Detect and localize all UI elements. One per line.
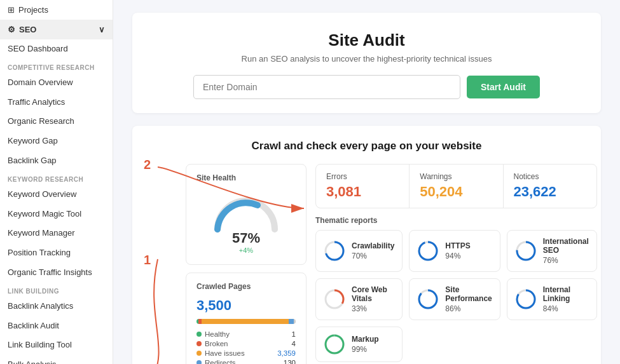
thematic-item-name: HTTPS [445,241,470,250]
thematic-item-name: Markup [352,335,379,344]
start-audit-button[interactable]: Start Audit [467,76,540,98]
thematic-grid: Crawlability 70% HTTPS 94% International… [315,230,597,362]
sidebar-item-bulk-analysis[interactable]: Bulk Analysis [0,355,113,364]
sidebar-section-linkbuilding: LINK BUILDING Backlink Analytics Backlin… [0,283,113,364]
sidebar-item-keyword-gap[interactable]: Keyword Gap [0,131,113,151]
thematic-circle-svg [324,334,345,355]
sidebar-item-backlink-audit[interactable]: Backlink Audit [0,316,113,336]
crawled-pages-label: Crawled Pages [196,282,296,291]
thematic-item-name: International SEO [543,237,589,255]
thematic-cell[interactable]: Core Web Vitals 33% [315,278,403,320]
sidebar-item-backlink-analytics[interactable]: Backlink Analytics [0,297,113,316]
errors-value: 3,081 [326,184,399,200]
gauge-percent: 57% [232,230,260,246]
sidebar-item-link-building-tool[interactable]: Link Building Tool [0,335,113,355]
thematic-item-pct: 76% [543,256,589,265]
gauge-svg [211,191,281,233]
crawl-title: Crawl and check every page on your websi… [148,140,586,152]
thematic-cell[interactable]: Internal Linking 84% [507,278,597,320]
thematic-item-name: Core Web Vitals [352,285,394,303]
thematic-item-pct: 84% [543,304,589,313]
thematic-label: Thematic reports [315,216,597,225]
errors-cell: Errors 3,081 [316,165,410,208]
thematic-item-pct: 94% [445,252,470,260]
sidebar-item-organic-research[interactable]: Organic Research [0,112,113,131]
crawled-pages-card: Crawled Pages 3,500 Healthy 1 [186,273,307,364]
warnings-value: 50,204 [420,184,492,200]
thematic-item-pct: 33% [352,304,394,313]
section-label-keyword: KEYWORD RESEARCH [0,171,113,185]
pb-redirects [289,319,294,324]
sidebar-item-position-tracking[interactable]: Position Tracking [0,243,113,263]
ewn-row: Errors 3,081 Warnings 50,204 Notices 23,… [315,164,597,208]
pb-issues [202,319,289,324]
warnings-label: Warnings [420,172,492,181]
errors-label: Errors [326,172,399,181]
left-column: Site Health 57% +4% [186,164,307,364]
notices-value: 23,622 [514,184,586,200]
svg-point-5 [419,242,437,260]
legend-healthy: Healthy 1 [196,330,296,338]
thematic-cell[interactable]: Markup 99% [315,327,403,362]
right-column: Errors 3,081 Warnings 50,204 Notices 23,… [315,164,597,364]
thematic-item-pct: 70% [352,252,394,260]
hero-subtitle: Run an SEO analysis to uncover the highe… [151,54,582,64]
sidebar-section-competitive: COMPETITIVE RESEARCH Domain Overview Tra… [0,59,113,171]
sidebar-item-seo-dashboard[interactable]: SEO Dashboard [0,39,113,59]
thematic-cell[interactable]: Site Performance 86% [409,278,500,320]
sidebar-item-organic-traffic[interactable]: Organic Traffic Insights [0,263,113,283]
sidebar-item-domain-overview[interactable]: Domain Overview [0,73,113,93]
sidebar-seo-header[interactable]: ⚙ SEO ∨ [0,20,113,39]
thematic-item-pct: 86% [445,304,492,313]
annotation-2: 2 [144,158,151,172]
page-title: Site Audit [151,30,582,50]
sidebar-item-backlink-gap[interactable]: Backlink Gap [0,151,113,171]
thematic-item-name: Site Performance [445,285,492,303]
dashboard-grid: Site Health 57% +4% [186,164,586,364]
thematic-circle-svg [324,288,345,310]
sidebar-section-keyword: KEYWORD RESEARCH Keyword Overview Keywor… [0,171,113,283]
crawled-progress-bar [196,319,296,324]
notices-label: Notices [514,172,586,181]
seo-icon: ⚙ [8,25,15,34]
thematic-cell[interactable]: HTTPS 94% [409,230,500,272]
annotation-1: 1 [144,253,151,267]
svg-point-15 [326,335,343,353]
crawled-pages-value: 3,500 [196,297,296,314]
sidebar: ⊞ Projects ⚙ SEO ∨ SEO Dashboard COMPETI… [0,0,113,364]
thematic-cell[interactable]: Crawlability 70% [315,230,403,272]
sidebar-item-keyword-overview[interactable]: Keyword Overview [0,185,113,205]
thematic-item-name: Crawlability [352,241,394,250]
hero-input-row: Start Audit [151,75,582,99]
site-health-card: Site Health 57% +4% [186,164,307,265]
thematic-item-pct: 99% [352,345,379,354]
hero-section: Site Audit Run an SEO analysis to uncove… [132,13,601,113]
thematic-item-name: Internal Linking [543,285,589,303]
thematic-circle-svg [417,288,439,310]
section-label-competitive: COMPETITIVE RESEARCH [0,59,113,73]
thematic-cell[interactable]: International SEO 76% [507,230,597,272]
thematic-reports: Thematic reports Crawlability 70% HTTPS … [315,216,597,362]
site-health-label: Site Health [196,173,296,182]
projects-label: Projects [18,5,48,15]
chevron-down-icon: ∨ [99,25,105,34]
pb-blocked [294,319,296,324]
bottom-section: Crawl and check every page on your websi… [132,126,601,364]
seo-label: SEO [19,25,36,34]
section-label-linkbuilding: LINK BUILDING [0,283,113,297]
sidebar-item-traffic-analytics[interactable]: Traffic Analytics [0,93,113,112]
sidebar-item-keyword-magic[interactable]: Keyword Magic Tool [0,205,113,224]
legend: Healthy 1 Broken 4 Have issues 3,359 R [196,330,296,364]
thematic-circle-svg [324,240,345,262]
sidebar-projects[interactable]: ⊞ Projects [0,0,113,20]
main-content: Site Audit Run an SEO analysis to uncove… [113,0,620,364]
home-icon: ⊞ [8,5,15,15]
gauge-delta: +4% [239,246,253,254]
thematic-circle-svg [515,288,537,310]
domain-input[interactable] [193,75,460,99]
warnings-cell: Warnings 50,204 [410,165,503,208]
thematic-circle-svg [515,240,537,262]
legend-redirects: Redirects 130 [196,359,296,364]
notices-cell: Notices 23,622 [504,165,596,208]
sidebar-item-keyword-manager[interactable]: Keyword Manager [0,224,113,243]
